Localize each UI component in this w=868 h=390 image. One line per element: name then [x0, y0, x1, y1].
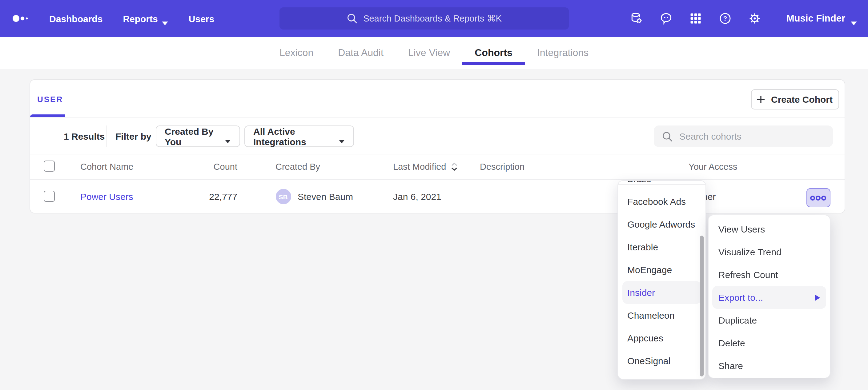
tab-data-audit[interactable]: Data Audit: [338, 37, 383, 69]
cohort-search: [653, 126, 833, 147]
avatar: SB: [276, 189, 291, 204]
active-tab-underline: [30, 115, 65, 117]
integrations-filter-dropdown[interactable]: All Active Integrations: [244, 126, 354, 147]
menu-item-share[interactable]: Share: [709, 354, 830, 377]
created-by-name: Steven Baum: [298, 191, 353, 202]
row-actions-button[interactable]: [806, 188, 830, 207]
results-count: 1 Results: [64, 126, 105, 147]
tab-live-view[interactable]: Live View: [408, 37, 450, 69]
chevron-down-icon: [226, 134, 230, 138]
divider: [30, 117, 844, 118]
col-header-description: Description: [480, 154, 525, 179]
cohort-search-input[interactable]: [679, 126, 827, 147]
menu-item-visualize-trend[interactable]: Visualize Trend: [709, 240, 830, 263]
settings-gear-icon[interactable]: [748, 12, 762, 25]
row-checkbox[interactable]: [43, 191, 55, 202]
divider: [618, 184, 706, 184]
svg-text:?: ?: [724, 15, 727, 22]
col-header-your-access: Your Access: [688, 154, 738, 179]
menu-item-refresh-count[interactable]: Refresh Count: [709, 263, 830, 286]
row-context-menu: View Users Visualize Trend Refresh Count…: [708, 215, 831, 378]
project-switcher[interactable]: Music Finder: [786, 13, 857, 24]
help-icon[interactable]: ?: [719, 12, 732, 25]
filter-by-label: Filter by: [116, 126, 151, 147]
submenu-item-chameleon[interactable]: Chameleon: [618, 304, 706, 327]
cohorts-card: USER Create Cohort 1 Results Filter by C…: [29, 79, 845, 214]
chevron-down-icon: [851, 17, 857, 20]
nav-item-reports[interactable]: Reports: [123, 13, 168, 24]
nav-item-users[interactable]: Users: [189, 13, 214, 24]
created-by-filter-dropdown[interactable]: Created By You: [155, 126, 240, 147]
submenu-item-google-adwords[interactable]: Google Adwords: [618, 213, 706, 236]
submenu-item-insider[interactable]: Insider: [622, 281, 701, 304]
top-nav: Dashboards Reports Users Search Dashboar…: [0, 0, 868, 37]
tab-lexicon[interactable]: Lexicon: [279, 37, 313, 69]
app-screen: Dashboards Reports Users Search Dashboar…: [0, 0, 868, 390]
cohort-name-link[interactable]: Power Users: [80, 191, 133, 202]
tab-cohorts[interactable]: Cohorts: [475, 37, 513, 69]
chevron-down-icon: [339, 134, 344, 138]
col-header-last-modified[interactable]: Last Modified: [393, 154, 458, 179]
project-name: Music Finder: [786, 13, 845, 24]
submenu-scrollbar[interactable]: [700, 236, 703, 377]
nav-item-dashboards[interactable]: Dashboards: [49, 13, 102, 24]
create-cohort-button[interactable]: Create Cohort: [751, 89, 839, 109]
search-icon: [661, 131, 673, 142]
global-search-input[interactable]: Search Dashboards & Reports ⌘K: [279, 7, 569, 30]
menu-item-export-to[interactable]: Export to...: [712, 286, 826, 309]
col-header-created-by: Created By: [276, 154, 320, 179]
export-submenu: Braze Facebook Ads Google Adwords Iterab…: [617, 180, 706, 380]
submenu-item-braze[interactable]: Braze: [618, 180, 706, 190]
chevron-down-icon: [162, 17, 168, 20]
menu-item-delete[interactable]: Delete: [709, 331, 830, 354]
divider: [105, 126, 106, 147]
cohort-count: 22,777: [184, 179, 237, 214]
table-header-row: Cohort Name Count Created By Last Modifi…: [30, 154, 844, 179]
last-modified-date: Jan 6, 2021: [393, 179, 441, 214]
col-header-cohort-name: Cohort Name: [80, 154, 133, 179]
submenu-item-onesignal[interactable]: OneSignal: [618, 349, 706, 372]
mixpanel-logo-icon[interactable]: [12, 14, 31, 23]
data-management-icon[interactable]: [630, 12, 644, 25]
plus-icon: [757, 95, 766, 104]
col-header-count: Count: [184, 154, 237, 179]
menu-item-view-users[interactable]: View Users: [709, 218, 830, 240]
submenu-item-iterable[interactable]: Iterable: [618, 236, 706, 258]
select-all-checkbox[interactable]: [43, 161, 55, 172]
submenu-item-appcues[interactable]: Appcues: [618, 327, 706, 349]
sort-icon[interactable]: [451, 162, 458, 171]
feedback-bubble-icon[interactable]: [660, 12, 673, 25]
global-search-placeholder: Search Dashboards & Reports ⌘K: [363, 13, 502, 23]
table-row: Power Users 22,777 SB Steven Baum Jan 6,…: [30, 179, 844, 214]
search-icon: [347, 13, 358, 24]
arrow-right-icon: [815, 294, 820, 300]
triple-circle-icon: [810, 195, 826, 201]
menu-item-duplicate[interactable]: Duplicate: [709, 309, 830, 331]
apps-grid-icon[interactable]: [689, 12, 703, 25]
submenu-item-facebook-ads[interactable]: Facebook Ads: [618, 190, 706, 213]
tab-user-cohorts[interactable]: USER: [37, 95, 63, 104]
submenu-item-moengage[interactable]: MoEngage: [618, 258, 706, 281]
tab-integrations[interactable]: Integrations: [537, 37, 589, 69]
section-tabs: Lexicon Data Audit Live View Cohorts Int…: [0, 37, 868, 69]
